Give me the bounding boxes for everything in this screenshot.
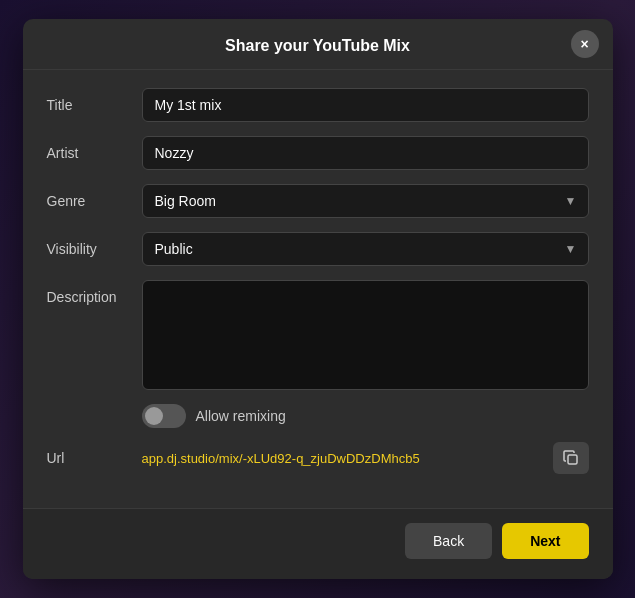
overlay: Share your YouTube Mix × Title Artist Ge…	[0, 0, 635, 598]
toggle-thumb	[145, 407, 163, 425]
title-row: Title	[47, 88, 589, 122]
description-textarea[interactable]	[142, 280, 589, 390]
allow-remixing-row: Allow remixing	[142, 404, 589, 428]
genre-select[interactable]: Big Room House Techno Trance Drum & Bass	[142, 184, 589, 218]
url-value: app.dj.studio/mix/-xLUd92-q_zjuDwDDzDMhc…	[142, 451, 543, 466]
visibility-label: Visibility	[47, 232, 142, 257]
back-button[interactable]: Back	[405, 523, 492, 559]
next-button[interactable]: Next	[502, 523, 588, 559]
artist-label: Artist	[47, 136, 142, 161]
allow-remixing-toggle[interactable]	[142, 404, 186, 428]
title-input[interactable]	[142, 88, 589, 122]
artist-row: Artist	[47, 136, 589, 170]
url-label: Url	[47, 450, 142, 466]
copy-icon	[563, 450, 579, 466]
toggle-track	[142, 404, 186, 428]
modal-header: Share your YouTube Mix ×	[23, 19, 613, 70]
genre-row: Genre Big Room House Techno Trance Drum …	[47, 184, 589, 218]
description-row: Description	[47, 280, 589, 390]
url-row: Url app.dj.studio/mix/-xLUd92-q_zjuDwDDz…	[47, 442, 589, 474]
svg-rect-0	[568, 455, 577, 464]
close-button[interactable]: ×	[571, 30, 599, 58]
copy-url-button[interactable]	[553, 442, 589, 474]
description-label: Description	[47, 280, 142, 305]
modal-body: Title Artist Genre Big Room House Techno…	[23, 70, 613, 508]
title-label: Title	[47, 88, 142, 113]
share-modal: Share your YouTube Mix × Title Artist Ge…	[23, 19, 613, 579]
genre-label: Genre	[47, 184, 142, 209]
allow-remixing-label: Allow remixing	[196, 408, 286, 424]
visibility-select[interactable]: Public Private Unlisted	[142, 232, 589, 266]
artist-input[interactable]	[142, 136, 589, 170]
visibility-row: Visibility Public Private Unlisted ▼	[47, 232, 589, 266]
modal-footer: Back Next	[23, 508, 613, 579]
modal-title: Share your YouTube Mix	[225, 37, 410, 55]
genre-select-wrapper: Big Room House Techno Trance Drum & Bass…	[142, 184, 589, 218]
visibility-select-wrapper: Public Private Unlisted ▼	[142, 232, 589, 266]
